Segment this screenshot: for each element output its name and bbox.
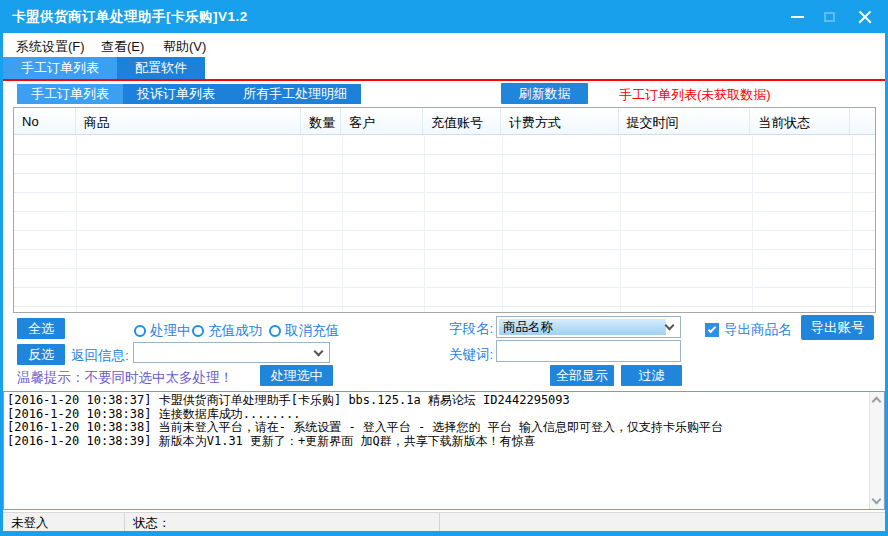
export-product-name-checkbox[interactable]: 导出商品名 <box>705 321 792 339</box>
tip-text: 温馨提示：不要同时选中太多处理！ <box>17 369 233 387</box>
app-window: 卡盟供货商订单处理助手[卡乐购]V1.2 系统设置(F) 查看(E) 帮助(V)… <box>0 0 888 536</box>
col-status[interactable]: 当前状态 <box>750 108 850 134</box>
radio-recharge-success-label: 充值成功 <box>208 322 262 340</box>
radio-cancel-recharge[interactable]: 取消充值 <box>269 322 339 340</box>
export-account-button[interactable]: 导出账号 <box>801 315 874 340</box>
scroll-up-icon[interactable] <box>872 397 882 407</box>
red-divider <box>0 79 888 81</box>
title-bar: 卡盟供货商订单处理助手[卡乐购]V1.2 <box>0 0 888 33</box>
menu-view[interactable]: 查看(E) <box>97 36 148 58</box>
tab-manual-order-list[interactable]: 手工订单列表 <box>3 57 117 79</box>
subtab-complaint-order-list[interactable]: 投诉订单列表 <box>123 84 229 104</box>
order-table-body[interactable] <box>14 136 875 313</box>
grid-line <box>620 136 621 312</box>
maximize-button[interactable] <box>814 6 844 28</box>
grid-line <box>76 136 77 312</box>
col-account[interactable]: 充值账号 <box>423 108 501 134</box>
log-lines: [2016-1-20 10:38:37] 卡盟供货商订单处理助手[卡乐购] bb… <box>7 394 868 448</box>
keyword-label: 关键词: <box>449 346 493 364</box>
show-all-button[interactable]: 全部显示 <box>550 365 614 386</box>
log-line: [2016-1-20 10:38:37] 卡盟供货商订单处理助手[卡乐购] bb… <box>7 394 868 408</box>
col-quantity[interactable]: 数量 <box>301 108 341 134</box>
radio-icon <box>192 325 204 337</box>
keyword-input[interactable] <box>496 340 681 362</box>
close-icon <box>858 10 872 24</box>
minimize-button[interactable] <box>782 6 812 28</box>
checkbox-checked-icon <box>705 323 719 337</box>
menu-bar: 系统设置(F) 查看(E) 帮助(V) <box>3 33 885 57</box>
radio-processing-label: 处理中 <box>150 322 191 340</box>
select-all-button[interactable]: 全选 <box>17 318 65 339</box>
tab-configure-software[interactable]: 配置软件 <box>117 57 205 79</box>
subtab-manual-order-list[interactable]: 手工订单列表 <box>17 84 123 104</box>
window-bottom-border <box>0 531 888 536</box>
order-table[interactable]: No 商品 数量 客户 充值账号 计费方式 提交时间 当前状态 <box>13 107 876 313</box>
grid-line <box>502 136 503 312</box>
radio-icon <box>269 325 281 337</box>
scroll-down-icon[interactable] <box>872 495 882 505</box>
sub-tabstrip: 手工订单列表 投诉订单列表 所有手工处理明细 <box>17 84 361 104</box>
col-submit-time[interactable]: 提交时间 <box>619 108 751 134</box>
filter-button[interactable]: 过滤 <box>621 365 682 386</box>
grid-line <box>302 136 303 312</box>
minimize-icon <box>791 16 804 18</box>
radio-recharge-success[interactable]: 充值成功 <box>192 322 262 340</box>
refresh-data-button[interactable]: 刷新数据 <box>501 83 588 104</box>
window-title: 卡盟供货商订单处理助手[卡乐购]V1.2 <box>12 8 248 26</box>
col-customer[interactable]: 客户 <box>341 108 423 134</box>
main-tabstrip: 手工订单列表 配置软件 <box>3 57 205 79</box>
field-name-select[interactable]: 商品名称 <box>496 316 681 338</box>
menu-system-settings[interactable]: 系统设置(F) <box>12 36 89 58</box>
log-line: [2016-1-20 10:38:38] 连接数据库成功........ <box>7 408 868 422</box>
export-product-name-label: 导出商品名 <box>724 321 792 339</box>
log-line: [2016-1-20 10:38:39] 新版本为V1.31 更新了：+更新界面… <box>7 435 868 449</box>
log-scrollbar[interactable] <box>869 392 884 509</box>
radio-icon <box>134 325 146 337</box>
grid-line <box>752 136 753 312</box>
col-no[interactable]: No <box>14 108 76 134</box>
field-name-value: 商品名称 <box>499 319 666 335</box>
login-state: 未登入 <box>3 513 125 531</box>
order-table-header: No 商品 数量 客户 充值账号 计费方式 提交时间 当前状态 <box>14 108 875 135</box>
log-line: [2016-1-20 10:38:38] 当前未登入平台，请在- 系统设置 - … <box>7 421 868 435</box>
col-product[interactable]: 商品 <box>76 108 301 134</box>
col-billing[interactable]: 计费方式 <box>501 108 619 134</box>
close-button[interactable] <box>850 6 880 28</box>
radio-processing[interactable]: 处理中 <box>134 322 191 340</box>
chevron-down-icon <box>314 346 324 356</box>
invert-selection-button[interactable]: 反选 <box>17 344 65 365</box>
menu-help[interactable]: 帮助(V) <box>159 36 210 58</box>
maximize-icon <box>824 12 835 22</box>
grid-line <box>342 136 343 312</box>
col-spacer <box>850 108 875 134</box>
status-label: 状态： <box>125 513 440 531</box>
return-info-label: 返回信息: <box>71 347 129 365</box>
return-info-select[interactable] <box>133 342 330 363</box>
process-selected-button[interactable]: 处理选中 <box>260 365 333 386</box>
fetch-status-text: 手工订单列表(未获取数据) <box>619 86 771 104</box>
grid-line <box>424 136 425 312</box>
field-name-label: 字段名: <box>449 320 493 338</box>
status-bar: 未登入 状态： <box>3 512 885 531</box>
subtab-all-manual-detail[interactable]: 所有手工处理明细 <box>229 84 361 104</box>
radio-cancel-recharge-label: 取消充值 <box>285 322 339 340</box>
chevron-down-icon <box>665 321 675 331</box>
status-spacer <box>440 513 885 531</box>
log-panel[interactable]: [2016-1-20 10:38:37] 卡盟供货商订单处理助手[卡乐购] bb… <box>3 391 885 510</box>
grid-line <box>852 136 853 312</box>
